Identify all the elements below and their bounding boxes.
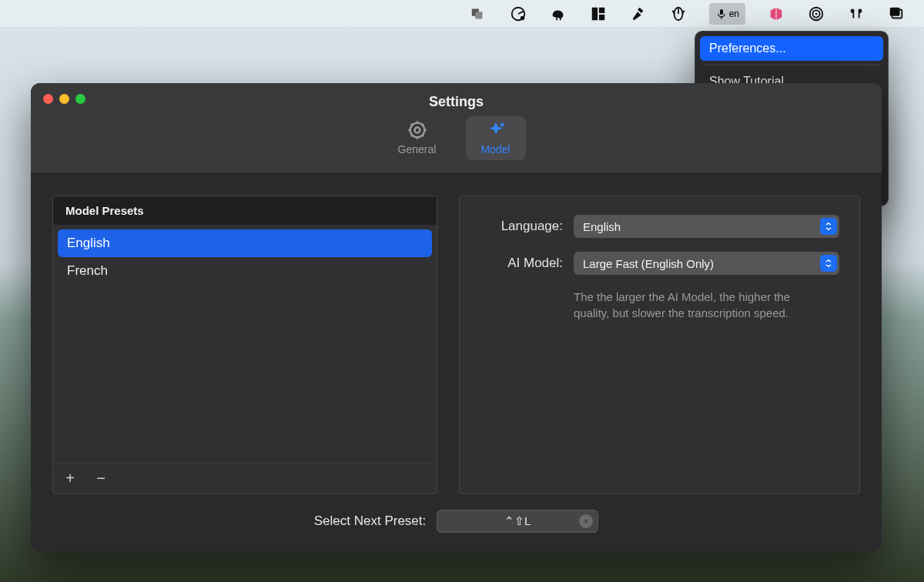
minimize-button[interactable]	[59, 94, 69, 104]
window-switcher-icon[interactable]	[887, 5, 906, 23]
tab-general-label: General	[398, 143, 437, 156]
mic-en-icon[interactable]: en	[709, 3, 745, 25]
preset-row-english[interactable]: English	[58, 229, 432, 257]
svg-rect-15	[890, 7, 900, 15]
mic-lang-label: en	[729, 8, 739, 19]
preset-row-french[interactable]: French	[58, 257, 432, 285]
shortcut-row: Select Next Preset: ⌃⇧L ×	[31, 502, 882, 551]
close-button[interactable]	[43, 94, 53, 104]
hammer-icon[interactable]	[629, 5, 648, 23]
presets-list: English French	[53, 225, 437, 463]
airplay-icon[interactable]	[807, 5, 825, 23]
svg-line-24	[410, 135, 412, 136]
tab-model[interactable]: Model	[466, 116, 526, 160]
presets-footer: + −	[53, 463, 437, 493]
clear-shortcut-button[interactable]: ×	[579, 514, 593, 528]
language-value: English	[583, 220, 621, 233]
menu-item-preferences[interactable]: Preferences...	[700, 36, 883, 61]
ai-model-select[interactable]: Large Fast (English Only)	[574, 252, 839, 275]
chevron-updown-icon	[820, 218, 837, 235]
radar-icon[interactable]	[509, 5, 527, 23]
shortcut-recorder[interactable]: ⌃⇧L ×	[437, 510, 598, 533]
ai-model-value: Large Fast (English Only)	[583, 257, 714, 270]
chevron-updown-icon	[820, 255, 837, 272]
tab-model-label: Model	[480, 143, 510, 156]
svg-line-25	[421, 124, 423, 125]
ai-model-help-text: The the larger the AI Model, the higher …	[574, 289, 828, 321]
svg-point-17	[414, 128, 420, 133]
traffic-lights	[43, 94, 85, 104]
detail-pane: Language: English AI Model: Large Fast (…	[459, 196, 860, 494]
tab-general[interactable]: General	[387, 116, 447, 160]
stacks-icon[interactable]	[469, 5, 487, 23]
svg-rect-5	[599, 7, 604, 12]
layout-icon[interactable]	[589, 5, 608, 23]
svg-rect-9	[720, 9, 723, 15]
language-row: Language: English	[480, 215, 839, 238]
language-select[interactable]: English	[574, 215, 839, 238]
sparkle-icon	[485, 119, 507, 141]
presets-pane: Model Presets English French + −	[52, 196, 437, 494]
remove-preset-button[interactable]: −	[93, 470, 109, 487]
titlebar: Settings General	[31, 83, 882, 174]
menu-separator	[703, 65, 880, 65]
elephant-icon[interactable]	[549, 5, 567, 23]
language-label: Language:	[480, 219, 563, 234]
cube-icon[interactable]	[767, 5, 785, 23]
shortcut-value: ⌃⇧L	[504, 514, 531, 528]
zoom-button[interactable]	[75, 94, 85, 104]
toolbar: General Model	[31, 116, 882, 160]
window-title: Settings	[31, 83, 882, 110]
ai-model-row: AI Model: Large Fast (English Only)	[480, 252, 839, 275]
mouse-icon[interactable]	[669, 5, 688, 23]
svg-line-22	[410, 124, 412, 125]
svg-rect-1	[475, 12, 482, 18]
svg-line-23	[421, 135, 423, 136]
content-area: Model Presets English French + − Languag…	[31, 174, 882, 502]
presets-header: Model Presets	[53, 196, 437, 225]
svg-rect-6	[599, 14, 604, 19]
svg-point-3	[520, 15, 524, 20]
svg-rect-4	[591, 7, 597, 20]
svg-point-13	[815, 12, 818, 15]
add-preset-button[interactable]: +	[62, 470, 78, 487]
settings-window: Settings General	[31, 83, 882, 551]
gear-icon	[407, 119, 428, 141]
shortcut-label: Select Next Preset:	[314, 513, 427, 529]
menu-bar: en	[0, 0, 924, 28]
ai-model-label: AI Model:	[480, 256, 563, 271]
airpods-icon[interactable]	[847, 5, 865, 23]
